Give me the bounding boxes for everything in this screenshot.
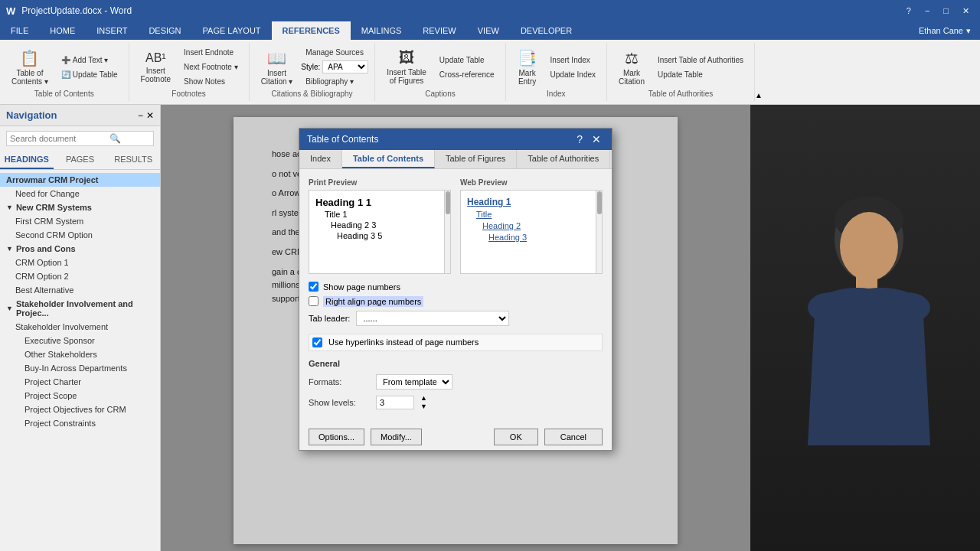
print-preview-label: Print Preview: [309, 178, 451, 187]
nav-item-second-crm[interactable]: Second CRM Option: [0, 228, 160, 242]
manage-sources-button[interactable]: Manage Sources: [301, 46, 368, 59]
word-logo: W: [6, 5, 15, 17]
use-hyperlinks-label: Use hyperlinks instead of page numbers: [328, 337, 479, 347]
show-levels-input[interactable]: [376, 396, 414, 409]
figures-icon: 🖼: [399, 49, 414, 67]
help-btn[interactable]: ?: [902, 5, 916, 18]
formats-select[interactable]: From template Classic Distinctive Fancy …: [376, 374, 452, 390]
ribbon-expand-btn[interactable]: ▲: [755, 91, 763, 99]
next-footnote-button[interactable]: Next Footnote ▾: [179, 60, 243, 73]
dialog-tab-authorities[interactable]: Table of Authorities: [517, 150, 610, 168]
formats-label: Formats:: [309, 377, 370, 386]
nav-item-new-crm[interactable]: ▼New CRM Systems: [0, 201, 160, 214]
nav-item-proj-charter[interactable]: Project Charter: [0, 375, 160, 389]
dialog-tab-figures[interactable]: Table of Figures: [435, 150, 517, 168]
search-input[interactable]: [10, 134, 109, 143]
style-select[interactable]: APA: [322, 60, 368, 73]
close-btn[interactable]: ✕: [958, 5, 974, 18]
person-area: [750, 105, 980, 551]
web-heading3: Heading 3: [488, 233, 596, 242]
nav-item-stakeholder[interactable]: ▼Stakeholder Involvement and Projec...: [0, 297, 160, 320]
nav-item-first-crm[interactable]: First CRM System: [0, 214, 160, 228]
mark-entry-button[interactable]: 📑 Mark Entry: [512, 47, 543, 88]
main-area: Navigation − ✕ 🔍 HEADINGS PAGES RESULTS …: [0, 105, 980, 551]
ribbon-group-authorities: ⚖ Mark Citation Insert Table of Authorit…: [607, 43, 755, 101]
use-hyperlinks-checkbox[interactable]: [312, 337, 322, 347]
toc-button[interactable]: 📋 Table of Contents ▾: [6, 47, 54, 88]
nav-item-other-stake[interactable]: Other Stakeholders: [0, 347, 160, 361]
nav-item-exec-sponsor[interactable]: Executive Sponsor: [0, 334, 160, 347]
web-heading1: Heading 1: [467, 197, 596, 207]
tab-review[interactable]: REVIEW: [412, 21, 466, 40]
dialog-tab-index[interactable]: Index: [299, 150, 342, 168]
update-table-button[interactable]: 🔄 Update Table: [57, 68, 122, 81]
nav-item-crm-opt1[interactable]: CRM Option 1: [0, 256, 160, 269]
nav-search-box[interactable]: 🔍: [6, 131, 154, 146]
ribbon-group-captions: 🖼 Insert Table of Figures Update Table C…: [375, 43, 505, 101]
nav-item-crm-opt2[interactable]: CRM Option 2: [0, 269, 160, 283]
web-preview-label: Web Preview: [460, 178, 603, 187]
tab-insert[interactable]: INSERT: [86, 21, 138, 40]
maximize-btn[interactable]: □: [939, 5, 953, 18]
insert-authorities-button[interactable]: Insert Table of Authorities: [653, 54, 748, 67]
levels-spinner-up[interactable]: ▲▼: [420, 394, 427, 410]
ok-button[interactable]: OK: [494, 429, 538, 445]
insert-footnote-button[interactable]: AB¹ Insert Footnote: [136, 49, 176, 86]
ribbon: FILE HOME INSERT DESIGN PAGE LAYOUT REFE…: [0, 21, 980, 105]
web-scrollbar-thumb: [597, 191, 602, 214]
print-scrollbar-thumb: [446, 191, 450, 214]
update-index-button[interactable]: Update Index: [546, 68, 601, 81]
nav-tab-headings[interactable]: HEADINGS: [0, 151, 54, 169]
options-button[interactable]: Options...: [309, 429, 364, 445]
insert-endnote-button[interactable]: Insert Endnote: [179, 46, 243, 59]
nav-item-stakeholder-inv[interactable]: Stakeholder Involvement: [0, 320, 160, 334]
tab-leader-select[interactable]: ......: [356, 311, 509, 326]
nav-item-best-alt[interactable]: Best Alternative: [0, 283, 160, 297]
nav-item-proj-constraints[interactable]: Project Constraints: [0, 416, 160, 430]
dialog-help-btn[interactable]: ?: [573, 133, 586, 145]
nav-pin-btn[interactable]: −: [138, 110, 143, 121]
nav-close-btn[interactable]: ✕: [146, 110, 154, 121]
nav-item-proj-scope[interactable]: Project Scope: [0, 389, 160, 403]
show-page-numbers-checkbox[interactable]: [309, 282, 318, 292]
insert-index-button[interactable]: Insert Index: [546, 54, 601, 67]
nav-item-pros-cons[interactable]: ▼Pros and Cons: [0, 242, 160, 256]
tab-developer[interactable]: DEVELOPER: [510, 21, 583, 40]
modify-button[interactable]: Modify...: [371, 429, 422, 445]
minimize-btn[interactable]: −: [920, 5, 934, 18]
nav-item-need-change[interactable]: Need for Change: [0, 187, 160, 201]
mark-citation-button[interactable]: ⚖ Mark Citation: [613, 47, 650, 88]
title-bar: W ProjectUpdate.docx - Word ? − □ ✕: [0, 0, 980, 21]
bibliography-button[interactable]: Bibliography ▾: [301, 75, 368, 88]
tab-mailings[interactable]: MAILINGS: [351, 21, 413, 40]
dialog-overlay: Table of Contents ? ✕ Index Table of Con…: [161, 105, 750, 551]
svg-point-2: [840, 212, 898, 281]
tab-design[interactable]: DESIGN: [138, 21, 191, 40]
insert-citation-button[interactable]: 📖 Insert Citation ▾: [256, 47, 299, 88]
nav-item-proj-obj[interactable]: Project Objectives for CRM: [0, 403, 160, 416]
citations-group-label: Citations & Bibliography: [271, 88, 352, 98]
tab-view[interactable]: VIEW: [467, 21, 510, 40]
tab-home[interactable]: HOME: [39, 21, 86, 40]
tab-references[interactable]: REFERENCES: [272, 21, 351, 40]
update-authorities-button[interactable]: Update Table: [653, 68, 748, 81]
cancel-button[interactable]: Cancel: [544, 429, 603, 445]
show-notes-button[interactable]: Show Notes: [179, 75, 243, 88]
tab-page-layout[interactable]: PAGE LAYOUT: [192, 21, 272, 40]
add-text-button[interactable]: ➕ Add Text ▾: [57, 54, 122, 67]
tab-file[interactable]: FILE: [0, 21, 39, 40]
dialog-tab-toc[interactable]: Table of Contents: [342, 150, 435, 168]
web-scrollbar[interactable]: [596, 191, 602, 273]
update-table2-button[interactable]: Update Table: [435, 54, 499, 67]
nav-tab-pages[interactable]: PAGES: [54, 151, 107, 169]
insert-figures-button[interactable]: 🖼 Insert Table of Figures: [381, 47, 432, 87]
print-scrollbar[interactable]: [444, 191, 450, 273]
nav-tab-results[interactable]: RESULTS: [106, 151, 160, 169]
user-caret[interactable]: ▾: [966, 26, 971, 36]
nav-item-buy-in[interactable]: Buy-In Across Departments: [0, 361, 160, 375]
style-label: Style:: [301, 63, 320, 71]
nav-item-arrowmar[interactable]: Arrowmar CRM Project: [0, 173, 160, 187]
dialog-close-btn[interactable]: ✕: [589, 133, 604, 145]
cross-ref-button[interactable]: Cross-reference: [435, 68, 499, 81]
right-align-checkbox[interactable]: [309, 296, 318, 306]
